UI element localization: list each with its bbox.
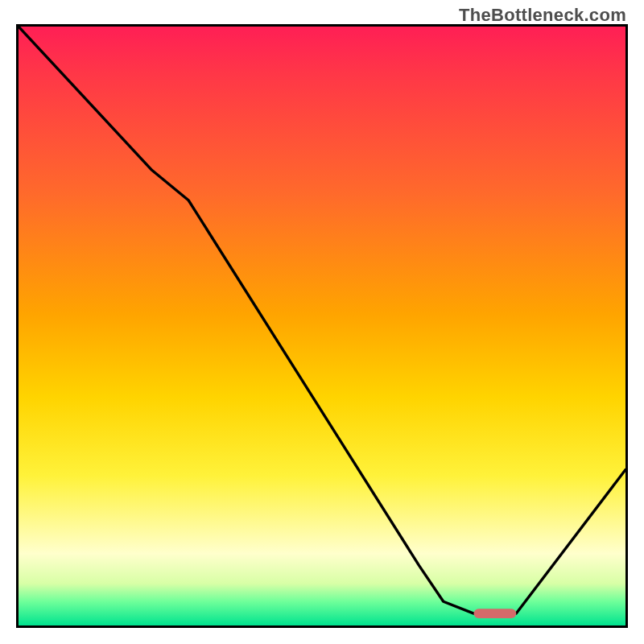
chart-frame: TheBottleneck.com xyxy=(0,0,644,644)
optimal-range-marker xyxy=(474,609,517,618)
watermark-text: TheBottleneck.com xyxy=(459,5,626,26)
bottleneck-curve xyxy=(19,27,625,613)
curve-layer xyxy=(19,27,625,625)
plot-area xyxy=(16,24,628,628)
